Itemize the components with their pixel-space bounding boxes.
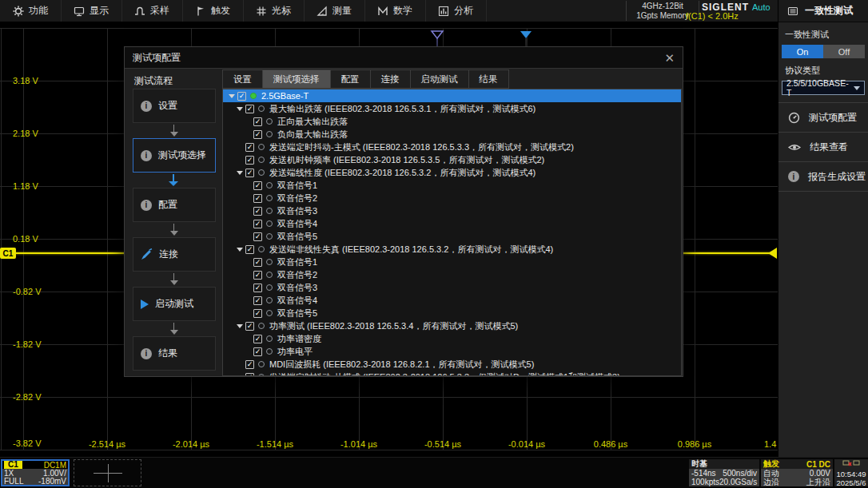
tree-item[interactable]: ✓功率谱密度 [223,332,681,345]
menu-utility[interactable]: 功能 [0,0,62,22]
tree-item[interactable]: ✓双音信号1 [223,256,681,268]
checkbox-checked-icon[interactable]: ✓ [245,360,254,369]
checkbox-checked-icon[interactable]: ✓ [253,181,262,190]
checkbox-checked-icon[interactable]: ✓ [253,207,262,216]
menu-math[interactable]: 数学 [364,0,426,22]
checkbox-checked-icon[interactable]: ✓ [245,105,254,113]
checkbox-checked-icon[interactable]: ✓ [253,220,262,228]
checkbox-checked-icon[interactable]: ✓ [237,92,246,101]
flow-step-test-select[interactable]: i 测试项选择 [133,138,216,173]
tree-item[interactable]: ✓双音信号5 [223,230,681,243]
tree-item[interactable]: ✓发送机时钟频率 (IEEE802.3-2018 126.5.3.5，所有测试对… [223,153,681,166]
caret-down-icon[interactable] [237,107,243,111]
caret-down-icon[interactable] [229,94,235,98]
flow-step-setup[interactable]: i 设置 [133,89,216,123]
menu-acquire[interactable]: 采样 [121,0,183,22]
add-channel-box[interactable] [74,459,141,486]
trigger-descriptor[interactable]: 触发 C1 DC 自动 0.00V 边沿 上升沿 [761,459,833,486]
time-tick-label: -2.514 µs [89,439,125,449]
checkbox-checked-icon[interactable]: ✓ [253,335,262,343]
trigger-level-marker[interactable] [768,248,777,259]
checkbox-checked-icon[interactable]: ✓ [253,130,262,139]
tree-item[interactable]: ✓双音信号3 [223,281,681,294]
caret-down-icon[interactable] [237,248,243,252]
flow-step-results[interactable]: i 结果 [133,336,216,371]
horizontal-reference-marker[interactable] [430,30,444,47]
tree-item[interactable]: ✓双音信号1 [223,179,681,192]
checkbox-checked-icon[interactable]: ✓ [253,296,262,305]
tab-test-select[interactable]: 测试项选择 [262,69,331,89]
tree-item[interactable]: ✓2.5GBase-T [223,89,681,102]
checkbox-checked-icon[interactable]: ✓ [253,258,262,267]
checkbox-checked-icon[interactable]: ✓ [245,322,254,331]
flow-step-configure[interactable]: i 配置 [133,188,216,222]
tab-start-test[interactable]: 启动测试 [410,69,469,89]
menu-measure[interactable]: 测量 [304,0,365,22]
status-circle-icon [266,182,273,188]
dialog-title-bar[interactable]: 测试项配置 ✕ [125,47,683,69]
close-icon[interactable]: ✕ [664,52,675,64]
caret-down-icon[interactable] [237,171,243,175]
tree-item[interactable]: ✓最大输出跌落 (IEEE802.3-2018 126.5.3.1，所有测试对，… [223,102,681,115]
tree-item[interactable]: ✓功率电平 [223,345,681,358]
tree-item[interactable]: ✓功率测试 (IEEE802.3-2018 126.5.3.4，所有测试对，测试… [223,319,681,332]
tree-item[interactable]: ✓发送端定时抖动-主模式 (IEEE802.3-2018 126.5.3.3，所… [223,141,681,153]
compliance-panel-header[interactable]: 一致性测试 [778,0,868,22]
tree-item[interactable]: ✓发送端定时抖动-从模式 (IEEE802.3-2018 126.5.3.3，仅… [223,371,681,376]
tree-item[interactable]: ✓双音信号4 [223,294,681,307]
tree-item-label: 发送机时钟频率 (IEEE802.3-2018 126.5.3.5，所有测试对，… [269,154,544,166]
tree-item[interactable]: ✓发送端非线性失真 (IEEE802.3-2018 126.5.3.2，所有测试… [223,243,681,256]
tab-results[interactable]: 结果 [468,69,509,89]
trigger-position-marker[interactable] [520,30,532,48]
tree-item[interactable]: ✓双音信号5 [223,307,681,319]
status-circle-icon [266,335,273,342]
checkbox-checked-icon[interactable]: ✓ [253,284,262,292]
status-circle-icon [266,284,273,291]
tree-item[interactable]: ✓发送端线性度 (IEEE802.3-2018 126.5.3.2，所有测试对，… [223,166,681,179]
protocol-type-dropdown[interactable]: 2.5/5/10GBASE-T [782,81,865,95]
acquisition-status[interactable]: Auto [752,2,770,12]
menu-trigger[interactable]: 触发 [182,0,244,22]
time-tick-label: -2.014 µs [173,439,209,449]
checkbox-checked-icon[interactable]: ✓ [245,245,254,254]
sidebar-item-label: 结果查看 [810,141,848,154]
checkbox-checked-icon[interactable]: ✓ [245,156,254,165]
checkbox-checked-icon[interactable]: ✓ [253,194,262,203]
checkbox-checked-icon[interactable]: ✓ [245,143,254,152]
tree-item[interactable]: ✓双音信号4 [223,217,681,230]
on-button[interactable]: On [782,45,823,58]
tree-item[interactable]: ✓双音信号2 [223,268,681,281]
checkbox-checked-icon[interactable]: ✓ [253,309,262,318]
tab-configure[interactable]: 配置 [330,69,371,89]
caret-spacer [237,364,243,365]
caret-down-icon[interactable] [237,324,243,328]
tree-item-label: 发送端定时抖动-从模式 (IEEE802.3-2018 126.5.3.3，仅测… [269,371,620,377]
tree-item[interactable]: ✓双音信号3 [223,204,681,217]
checkbox-checked-icon[interactable]: ✓ [245,373,254,377]
channel1-bandwidth: FULL [4,477,23,486]
channel1-left-badge[interactable]: C1 [0,248,16,259]
checkbox-checked-icon[interactable]: ✓ [253,117,262,126]
tree-item[interactable]: ✓MDI回波损耗 (IEEE802.3-2018 126.8.2.1，所有测试对… [223,358,681,371]
trigger-source: C1 DC [806,460,830,469]
sidebar-item-results-view[interactable]: 结果查看 [778,133,868,162]
menu-analysis[interactable]: 分析 [425,0,487,22]
tab-setup[interactable]: 设置 [222,69,263,89]
checkbox-checked-icon[interactable]: ✓ [253,232,262,241]
checkbox-checked-icon[interactable]: ✓ [245,169,254,177]
checkbox-checked-icon[interactable]: ✓ [253,347,262,356]
menu-display[interactable]: 显示 [61,0,122,22]
tree-item[interactable]: ✓负向最大输出跌落 [223,128,681,141]
sidebar-item-report-settings[interactable]: i 报告生成设置 [778,162,868,192]
tab-connect[interactable]: 连接 [370,69,411,89]
flow-step-connect[interactable]: 连接 [133,237,216,272]
off-button[interactable]: Off [823,45,865,58]
tree-item[interactable]: ✓双音信号2 [223,192,681,204]
flow-step-start-test[interactable]: 启动测试 [133,287,216,321]
menu-cursors[interactable]: 光标 [243,0,305,22]
sidebar-item-test-config[interactable]: 测试项配置 [778,103,868,133]
timebase-descriptor[interactable]: 时基 -514ns 500ns/div 100kpts 20.0GSa/s [689,459,759,486]
checkbox-checked-icon[interactable]: ✓ [253,271,262,280]
channel1-descriptor[interactable]: C1 DC1M 1X 1.00V/ FULL -180mV [1,459,70,486]
tree-item[interactable]: ✓正向最大输出跌落 [223,115,681,128]
